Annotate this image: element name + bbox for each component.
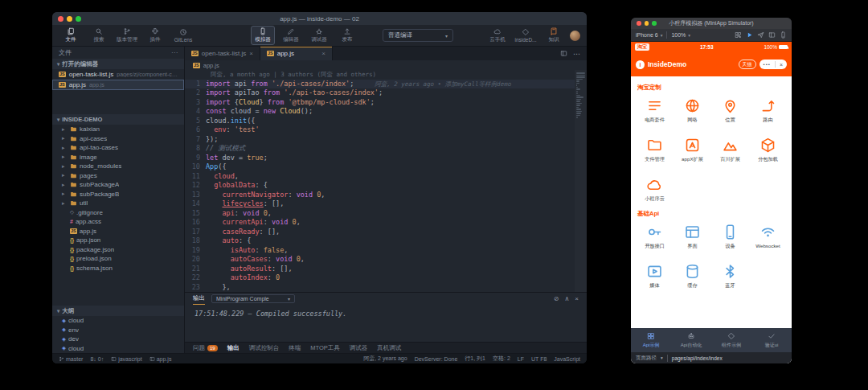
tree-item[interactable]: ◇.gitignore <box>52 208 184 218</box>
device-select[interactable]: iPhone 6 ▾ <box>636 32 662 38</box>
more-actions-icon[interactable]: ⋯ <box>171 49 178 56</box>
panel-tab-5[interactable]: 调试器 <box>350 344 368 352</box>
open-editor-item[interactable]: JSapp.jsapp.js <box>52 80 184 90</box>
outline-item[interactable]: ◈cloud <box>52 344 184 354</box>
tree-item[interactable]: {}preload.json <box>52 254 184 264</box>
indent-item[interactable]: 空格: 2 <box>493 355 510 363</box>
zoom-window-button[interactable] <box>652 21 657 26</box>
clear-output-icon[interactable]: ⊘ <box>554 295 559 302</box>
toolbar-knowledge[interactable]: 知识 <box>542 26 566 45</box>
grid-item-mountain[interactable]: 百川扩展 <box>711 137 749 163</box>
grid-item-globe[interactable]: 网络 <box>674 97 711 124</box>
tree-item[interactable]: ▸api-tao-cases <box>52 143 184 153</box>
tree-item[interactable]: ▸api-cases <box>52 134 184 144</box>
tree-item[interactable]: #app.acss <box>52 217 184 227</box>
ide-titlebar[interactable]: app.js — inside-demo — 02 <box>52 12 587 25</box>
activity-search[interactable]: 搜索 <box>87 26 111 45</box>
grid-item-location[interactable]: 位置 <box>711 97 749 124</box>
output-tab[interactable]: 输出 <box>193 293 205 305</box>
toolbar-inside-demo[interactable]: insideD... <box>514 26 538 45</box>
tree-item[interactable]: {}package.json <box>52 245 184 255</box>
mode-editor[interactable]: 编辑器 <box>279 26 303 45</box>
grid-item-phone[interactable]: 设备 <box>711 224 749 250</box>
grid-item-db[interactable]: 缓存 <box>674 263 711 289</box>
activity-gitlens[interactable]: GitLens <box>171 26 195 45</box>
more-actions-icon[interactable]: ⋯ <box>573 50 580 58</box>
outline-item[interactable]: ◈dev <box>52 335 184 344</box>
javascript-task-item[interactable]: javascript <box>111 356 142 362</box>
sidebar-icon[interactable] <box>768 31 776 39</box>
codelens-annotation[interactable]: 阿蛮, a month ago | 3 authors (阿蛮 and othe… <box>185 70 575 80</box>
grid-item-key[interactable]: 开放接口 <box>636 224 674 250</box>
minimize-window-button[interactable] <box>67 16 72 22</box>
grid-item-package[interactable]: 分包加载 <box>749 137 787 163</box>
open-editors-header[interactable]: ▾ 打开的编辑器 <box>52 59 184 69</box>
compile-mode-select[interactable]: 普通编译 ▾ <box>383 29 453 42</box>
panel-tab-2[interactable]: 调试控制台 <box>249 344 280 352</box>
activity-scm[interactable]: 版本管理 <box>115 26 139 45</box>
outline-item[interactable]: ◈cloud <box>52 316 184 326</box>
zoom-select[interactable]: 100% ▾ <box>671 32 690 38</box>
mode-simulator[interactable]: 模拟器 <box>251 26 275 45</box>
encoding-item[interactable]: UT F8 <box>531 356 547 362</box>
app-tab-0[interactable]: Api示例 <box>631 328 671 352</box>
panel-tab-4[interactable]: MTOP工具 <box>310 344 340 352</box>
editor-tab[interactable]: JSapp.js× <box>260 47 333 60</box>
simulator-titlebar[interactable]: 小程序模拟器 (MiniApp Simulator) <box>631 18 792 29</box>
outline-item[interactable]: ◈env <box>52 326 184 335</box>
qr-icon[interactable] <box>735 31 742 39</box>
tree-item[interactable]: ▸pages <box>52 171 184 181</box>
split-editor-icon[interactable] <box>560 50 567 57</box>
app-tab-3[interactable]: 验证ui <box>751 328 792 352</box>
tree-item[interactable]: ▸subPackageB <box>52 190 184 199</box>
tree-item[interactable]: ▸image <box>52 153 184 162</box>
user-avatar[interactable] <box>570 31 580 41</box>
close-tab-icon[interactable]: × <box>321 50 326 57</box>
breadcrumb[interactable]: JS app.js <box>185 60 587 70</box>
tree-item[interactable]: ▸kaixian <box>52 125 184 134</box>
phone-icon[interactable] <box>780 31 787 39</box>
tree-item[interactable]: {}schema.json <box>52 264 184 273</box>
grid-item-list[interactable]: 电商套件 <box>636 97 674 124</box>
code-editor[interactable]: 阿蛮, a month ago | 3 authors (阿蛮 and othe… <box>185 70 587 292</box>
app-tab-2[interactable]: 组件示例 <box>711 328 751 352</box>
app-tab-1[interactable]: Api自动化 <box>671 328 711 352</box>
page-path-bar[interactable]: 页面路径 ▾ pages/api/index/index <box>631 352 792 363</box>
maximize-panel-icon[interactable]: ∧ <box>564 295 569 302</box>
project-header[interactable]: ▾ INSIDE-DEMO <box>52 114 184 125</box>
tree-item[interactable]: ▸subPackageA <box>52 180 184 190</box>
language-mode-item[interactable]: JavaScript <box>554 356 580 362</box>
close-window-button[interactable] <box>58 16 63 22</box>
grid-item-appx[interactable]: appX扩展 <box>674 137 711 163</box>
devserver-item[interactable]: DevServer: Done <box>415 356 458 362</box>
tree-item[interactable]: JSapp.js <box>52 227 184 236</box>
capsule-menu-button[interactable]: ••• <box>760 62 775 67</box>
panel-tab-0[interactable]: 问题19 <box>193 344 218 352</box>
sync-status-item[interactable]: 8↓ 0↑ <box>90 356 104 362</box>
outline-header[interactable]: ▾ 大纲 <box>52 306 184 316</box>
panel-tab-1[interactable]: 输出 <box>227 344 240 352</box>
toolbar-cloud-phone[interactable]: 云手机 <box>485 26 510 45</box>
git-blame-item[interactable]: 阿蛮, 2 years ago <box>363 355 407 363</box>
grid-item-route[interactable]: 路由 <box>749 97 787 124</box>
grid-item-cloud[interactable]: 小程序云 <box>636 176 674 203</box>
git-branch-item[interactable]: master <box>59 356 83 362</box>
zoom-window-button[interactable] <box>76 16 81 22</box>
activity-extensions[interactable]: 插件 <box>143 26 167 45</box>
grid-item-folder[interactable]: 文件管理 <box>636 137 674 163</box>
activity-files[interactable]: 文件 <box>59 26 83 45</box>
cursor-position-item[interactable]: 行1, 列1 <box>465 355 485 363</box>
output-channel-select[interactable]: MiniProgram Comple ▾ <box>211 294 295 303</box>
editor-tab[interactable]: JSopen-task-list.js× <box>185 47 260 60</box>
open-editor-item[interactable]: JSopen-task-list.jspages/zj/component-co… <box>52 69 184 80</box>
panel-tab-3[interactable]: 终端 <box>289 344 301 352</box>
grid-item-wifi[interactable]: Websocket <box>749 224 787 250</box>
mode-publish[interactable]: 发布 <box>335 26 359 45</box>
plane-icon[interactable] <box>757 31 764 39</box>
minimize-window-button[interactable] <box>645 21 649 26</box>
eol-item[interactable]: LF <box>518 356 524 362</box>
close-panel-icon[interactable]: × <box>575 295 579 302</box>
mode-debugger[interactable]: 调试器 <box>307 26 331 45</box>
tree-item[interactable]: {}app.json <box>52 236 184 245</box>
play-icon[interactable] <box>746 31 753 39</box>
